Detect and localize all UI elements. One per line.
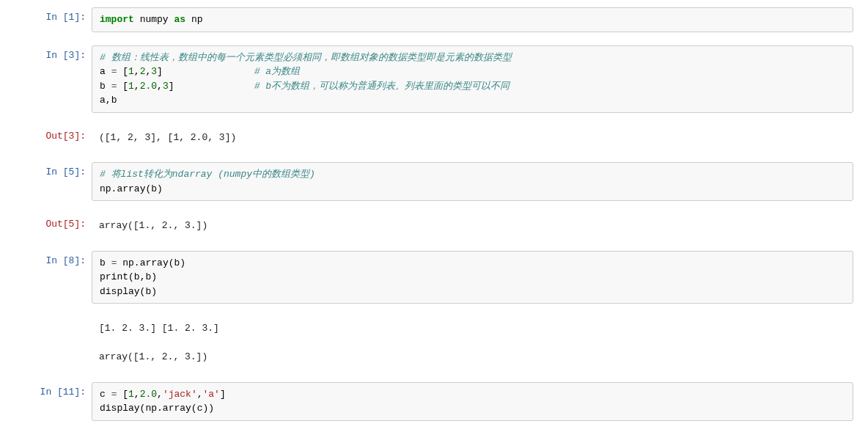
code-input[interactable]: c = [1,2.0,'jack','a'] display(np.array(… (92, 382, 853, 421)
code-input[interactable]: import numpy as np (92, 7, 853, 32)
code-input[interactable]: # 数组：线性表，数组中的每一个元素类型必须相同，即数组对象的数据类型即是元素的… (92, 45, 853, 113)
in-prompt: In [5]: (15, 162, 92, 201)
input-cell: In [11]:c = [1,2.0,'jack','a'] display(n… (15, 382, 853, 421)
input-cell: In [5]:# 将list转化为ndarray (numpy中的数组类型) n… (15, 162, 853, 201)
out-prompt: Out[5]: (15, 214, 92, 238)
in-prompt: In [8]: (15, 251, 92, 304)
output-text: array([1., 2., 3.]) (92, 214, 853, 238)
out-prompt: Out[3]: (15, 126, 92, 150)
blank-prompt (15, 317, 92, 369)
notebook: In [1]:import numpy as npIn [3]:# 数组：线性表… (15, 7, 853, 432)
output-cell: Out[3]:([1, 2, 3], [1, 2.0, 3]) (15, 126, 853, 150)
stream-text: [1. 2. 3.] [1. 2. 3.] array([1., 2., 3.]… (92, 317, 853, 369)
stream-cell: [1. 2. 3.] [1. 2. 3.] array([1., 2., 3.]… (15, 317, 853, 369)
in-prompt: In [3]: (15, 45, 92, 113)
code-input[interactable]: b = np.array(b) print(b,b) display(b) (92, 251, 853, 304)
code-input[interactable]: # 将list转化为ndarray (numpy中的数组类型) np.array… (92, 162, 853, 201)
input-cell: In [1]:import numpy as np (15, 7, 853, 32)
output-cell: Out[5]:array([1., 2., 3.]) (15, 214, 853, 238)
input-cell: In [3]:# 数组：线性表，数组中的每一个元素类型必须相同，即数组对象的数据… (15, 45, 853, 113)
input-cell: In [8]:b = np.array(b) print(b,b) displa… (15, 251, 853, 304)
in-prompt: In [11]: (15, 382, 92, 421)
in-prompt: In [1]: (15, 7, 92, 32)
output-text: ([1, 2, 3], [1, 2.0, 3]) (92, 126, 853, 150)
